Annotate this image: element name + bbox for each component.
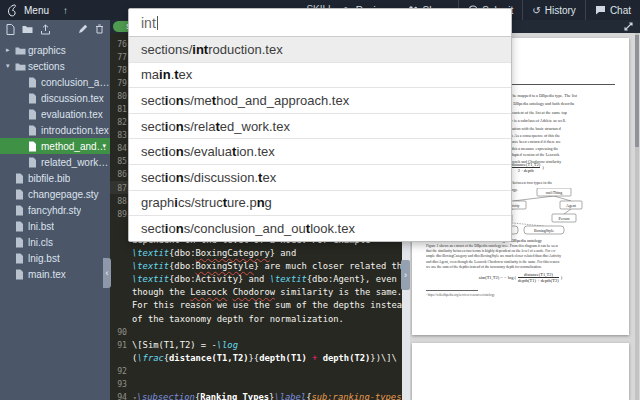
gutter-line-number: 91 [110, 340, 132, 350]
file-search-input[interactable]: int [129, 9, 511, 37]
code-text: \[Sim(T1,T2) = -\log [132, 340, 238, 350]
editor-row[interactable]: though the Leacock Chodorow similarity i… [110, 286, 402, 299]
tree-item-lni-bst[interactable]: lni.bst [0, 218, 110, 234]
editor-row[interactable]: 90 [110, 325, 402, 338]
search-query-text: int [141, 15, 156, 31]
topbar-left: Menu ↑ [0, 4, 68, 17]
result-text-segment: n [176, 144, 184, 159]
result-text-segment: sect [141, 221, 165, 236]
tree-item-label: related_work.tex [41, 157, 110, 168]
pdf-paragraph: Figure 1 shows an extract of the DBpedia… [426, 244, 615, 270]
editor-row[interactable]: \textit{dbo:BoxingCategory} and [110, 247, 402, 260]
file-icon [28, 109, 41, 120]
editor-row[interactable]: \textit{dbo:BoxingStyle} are much closer… [110, 260, 402, 273]
file-tree-sidebar: ▸graphics▾sectionsconclusion_and_o...dis… [0, 20, 110, 400]
code-token: depth(T1) [259, 353, 312, 363]
history-button[interactable]: ↺History [522, 0, 585, 20]
formula-denominator: 2 · depth [511, 167, 540, 173]
tree-item-graphics[interactable]: ▸graphics [0, 42, 110, 58]
formula-numerator: distance(T1,T2) [518, 272, 559, 277]
result-text-segment: s/me [184, 93, 212, 108]
code-token: {dbo: [169, 248, 195, 258]
editor-row[interactable]: of the taxonomy depth for normalization. [110, 312, 402, 325]
tree-item-related-work-tex[interactable]: related_work.tex [0, 154, 110, 170]
rename-icon[interactable] [78, 24, 88, 34]
editor-row[interactable]: 91\[Sim(T1,T2) = -\log [110, 338, 402, 351]
editor-row[interactable]: (\frac{distance(T1,T2)}{depth(T1) + dept… [110, 351, 402, 364]
gutter-line-number: 94 [110, 392, 132, 400]
search-result-5[interactable]: sections/discussion.tex [129, 164, 511, 190]
editor-row[interactable]: 94▾\subsection{Ranking Types}\label{sub:… [110, 391, 402, 400]
result-text-segment: int [192, 42, 208, 57]
search-result-0[interactable]: sections/introduction.tex [129, 37, 511, 62]
tree-item-lni-cls[interactable]: lni.cls [0, 234, 110, 250]
tree-item-label: sections [28, 61, 65, 72]
up-arrow-icon[interactable]: ↑ [63, 5, 68, 16]
code-token: of the taxonomy depth for normalization. [132, 314, 344, 324]
tree-item-main-tex[interactable]: main.tex [0, 266, 110, 282]
file-icon [15, 173, 28, 184]
upload-button[interactable] [40, 24, 51, 35]
pdf-scrollbar[interactable] [635, 33, 639, 400]
delete-icon[interactable] [95, 24, 104, 34]
editor-row[interactable]: 92 [110, 364, 402, 377]
search-result-6[interactable]: graphics/structure.png [129, 190, 511, 216]
result-text-segment: look.tex [310, 221, 355, 236]
formula-fraction: distance(T1,T2) 2 · depth [511, 162, 540, 173]
tree-item-introduction-tex[interactable]: introduction.tex [0, 122, 110, 138]
editor-row[interactable]: \textit{dbo:Activity} and \textit{dbo:Ag… [110, 273, 402, 286]
code-text: \textit{dbo:Activity} and \textit{dbo:Ag… [132, 274, 397, 284]
editor-row[interactable]: For this reason we use the sum of the de… [110, 299, 402, 312]
file-icon [15, 269, 28, 280]
tree-item-bibfile-bib[interactable]: bibfile.bib [0, 170, 110, 186]
new-file-button[interactable] [6, 24, 15, 35]
result-text-segment: cs/struc [178, 195, 223, 210]
code-token: though the [132, 287, 190, 297]
chevron-down-icon: ▾ [6, 62, 15, 70]
tree-item-evaluation-tex[interactable]: evaluation.tex [0, 106, 110, 122]
tree-item-sections[interactable]: ▾sections [0, 58, 110, 74]
result-text-segment: ure.p [227, 195, 257, 210]
search-result-7[interactable]: sections/conclusion_and_outlook.tex [129, 215, 511, 241]
folder-icon [15, 46, 28, 55]
history-label: History [545, 5, 576, 16]
chevron-right-icon: ▸ [6, 46, 15, 54]
chat-label: Chat [610, 5, 631, 16]
figure-node: Person [559, 216, 570, 221]
file-icon [15, 237, 28, 248]
result-text-segment: s/rela [184, 119, 216, 134]
code-token: \textit [132, 261, 169, 271]
gutter-line-number: 93 [110, 379, 132, 389]
search-result-4[interactable]: sections/evaluation.tex [129, 138, 511, 164]
tree-item-changepage-sty[interactable]: changepage.sty [0, 186, 110, 202]
code-token: \label [274, 392, 306, 400]
search-result-1[interactable]: main.tex [129, 62, 511, 88]
chat-button[interactable]: Chat [585, 0, 640, 20]
file-icon [15, 253, 28, 264]
file-icon [28, 157, 41, 168]
tree-item-discussion-tex[interactable]: discussion.tex [0, 90, 110, 106]
search-result-3[interactable]: sections/related_work.tex [129, 113, 511, 139]
pdf-scrollbar-thumb[interactable] [635, 35, 639, 147]
figure-node: owl:Thing [546, 190, 563, 195]
item-menu-chevron-icon[interactable]: ▾ [102, 142, 106, 150]
result-text-segment: roduction.tex [208, 42, 282, 57]
menu-button[interactable]: Menu [24, 5, 49, 16]
code-token: distance(T1,T2) [169, 353, 248, 363]
code-token: sub:ranking-types [311, 392, 401, 400]
sidebar-collapse-handle[interactable]: ‹ [103, 258, 111, 288]
tree-item-label: discussion.tex [41, 93, 104, 104]
expand-pdf-icon[interactable] [624, 22, 633, 31]
tree-item-fancyhdr-sty[interactable]: fancyhdr.sty [0, 202, 110, 218]
result-text-segment: g [265, 195, 272, 210]
tree-item-label: conclusion_and_o... [41, 77, 110, 88]
code-text: For this reason we use the sum of the de… [132, 300, 402, 310]
code-token: \log [217, 340, 238, 350]
search-result-2[interactable]: sections/method_and_approach.tex [129, 87, 511, 113]
tree-item-lnig-bst[interactable]: lnig.bst [0, 250, 110, 266]
tree-item-conclusion-and-o[interactable]: conclusion_and_o... [0, 74, 110, 90]
tree-item-method-and[interactable]: method_and_...▾ [0, 138, 110, 154]
new-folder-button[interactable] [22, 24, 33, 34]
editor-row[interactable]: 93 [110, 377, 402, 390]
divider-handle[interactable]: › [401, 260, 410, 290]
